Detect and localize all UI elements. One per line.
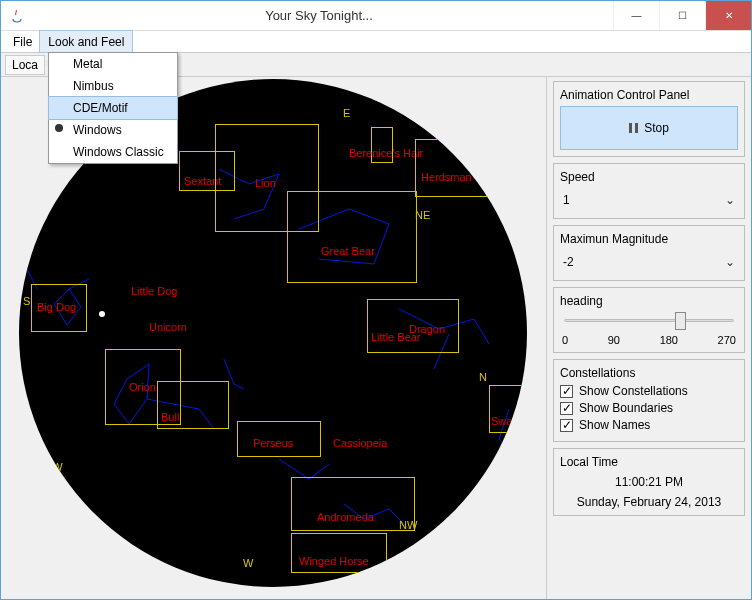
box-herdsman: [415, 139, 487, 197]
label-lion: Lion: [255, 177, 276, 189]
stop-label: Stop: [644, 121, 669, 135]
dd-metal[interactable]: Metal: [49, 53, 177, 75]
compass-nw: NW: [399, 519, 417, 531]
app-window: Your Sky Tonight... — ☐ ✕ File Look and …: [0, 0, 752, 600]
anim-title: Animation Control Panel: [560, 88, 738, 102]
label-perseus: Perseus: [253, 437, 293, 449]
localtime-panel: Local Time 11:00:21 PM Sunday, February …: [553, 448, 745, 516]
dd-windows[interactable]: Windows: [49, 119, 177, 141]
box-wingedhorse: [291, 533, 387, 573]
menu-look-and-feel[interactable]: Look and Feel: [40, 31, 132, 52]
chevron-down-icon: ⌄: [725, 255, 735, 269]
label-littledog: Little Dog: [131, 285, 177, 297]
label-herdsman: Herdsman: [421, 171, 472, 183]
dd-winclassic[interactable]: Windows Classic: [49, 141, 177, 163]
label-greatbear: Great Bear: [321, 245, 375, 257]
label-orion: Orion: [129, 381, 156, 393]
time-value: 11:00:21 PM: [560, 475, 738, 489]
tick-270: 270: [718, 334, 736, 346]
show-names-label: Show Names: [579, 418, 650, 432]
const-title: Constellations: [560, 366, 738, 380]
constellations-panel: Constellations ✓ Show Constellations ✓ S…: [553, 359, 745, 442]
slider-ticks: 0 90 180 270: [560, 334, 738, 346]
pause-icon: [629, 123, 638, 133]
checkbox-show-boundaries[interactable]: ✓ Show Boundaries: [560, 401, 738, 415]
compass-n: N: [479, 371, 487, 383]
date-value: Sunday, February 24, 2013: [560, 495, 738, 509]
compass-e: E: [343, 107, 350, 119]
compass-sw: SW: [45, 461, 63, 473]
chevron-down-icon: ⌄: [725, 193, 735, 207]
window-title: Your Sky Tonight...: [25, 8, 613, 23]
dd-cdemotif[interactable]: CDE/Motif: [49, 97, 177, 119]
label-swan: Swan: [491, 415, 519, 427]
heading-slider[interactable]: [560, 312, 738, 332]
checkbox-show-names[interactable]: ✓ Show Names: [560, 418, 738, 432]
tick-0: 0: [562, 334, 568, 346]
slider-thumb[interactable]: [675, 312, 686, 330]
label-berenice: Berenice's Hair: [349, 147, 423, 159]
local-button[interactable]: Loca: [5, 55, 45, 75]
check-icon: ✓: [560, 385, 573, 398]
heading-panel: heading 0 90 180 270: [553, 287, 745, 353]
star-dot: [99, 311, 105, 317]
check-icon: ✓: [560, 419, 573, 432]
label-andromeda: Andromeda: [317, 511, 374, 523]
compass-s: S: [23, 295, 30, 307]
label-wingedhorse: Winged Horse: [299, 555, 369, 567]
stop-button[interactable]: Stop: [560, 106, 738, 150]
speed-panel: Speed 1 ⌄: [553, 163, 745, 219]
heading-title: heading: [560, 294, 738, 308]
menu-file[interactable]: File: [5, 31, 40, 52]
localtime-title: Local Time: [560, 455, 738, 469]
titlebar: Your Sky Tonight... — ☐ ✕: [1, 1, 751, 31]
animation-control-panel: Animation Control Panel Stop: [553, 81, 745, 157]
check-icon: ✓: [560, 402, 573, 415]
show-const-label: Show Constellations: [579, 384, 688, 398]
dd-windows-label: Windows: [73, 123, 122, 137]
window-controls: — ☐ ✕: [613, 1, 751, 30]
dd-nimbus[interactable]: Nimbus: [49, 75, 177, 97]
speed-value: 1: [563, 193, 570, 207]
tick-90: 90: [608, 334, 620, 346]
label-littlebear: Little Bear: [371, 331, 421, 343]
box-greatbear: [287, 191, 417, 283]
menubar: File Look and Feel: [1, 31, 751, 53]
minimize-button[interactable]: —: [613, 1, 659, 30]
right-panel: Animation Control Panel Stop Speed 1 ⌄ M…: [546, 77, 751, 599]
magnitude-panel: Maximun Magnitude -2 ⌄: [553, 225, 745, 281]
tick-180: 180: [660, 334, 678, 346]
radio-selected-icon: [55, 124, 63, 132]
label-unicorn: Unicorn: [149, 321, 187, 333]
speed-title: Speed: [560, 170, 738, 184]
java-icon: [9, 8, 25, 24]
checkbox-show-constellations[interactable]: ✓ Show Constellations: [560, 384, 738, 398]
show-bound-label: Show Boundaries: [579, 401, 673, 415]
mag-value: -2: [563, 255, 574, 269]
label-bigdog: Big Dog: [37, 301, 76, 313]
lookfeel-dropdown: Metal Nimbus CDE/Motif Windows Windows C…: [48, 52, 178, 164]
label-bull: Bull: [161, 411, 179, 423]
compass-ne: NE: [415, 209, 430, 221]
maximize-button[interactable]: ☐: [659, 1, 705, 30]
label-cassiopeia: Cassiopeia: [333, 437, 387, 449]
close-button[interactable]: ✕: [705, 1, 751, 30]
speed-select[interactable]: 1 ⌄: [560, 188, 738, 212]
compass-w: W: [243, 557, 253, 569]
mag-title: Maximun Magnitude: [560, 232, 738, 246]
mag-select[interactable]: -2 ⌄: [560, 250, 738, 274]
